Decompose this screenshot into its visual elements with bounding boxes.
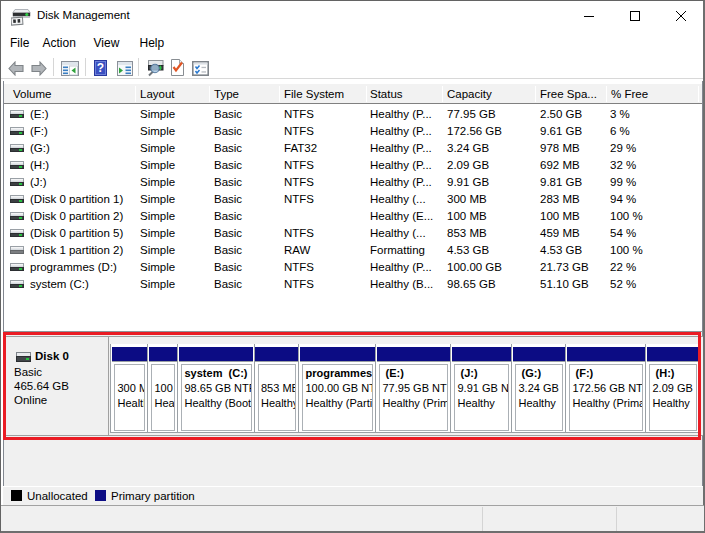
svg-text:?: ? [97, 61, 104, 75]
